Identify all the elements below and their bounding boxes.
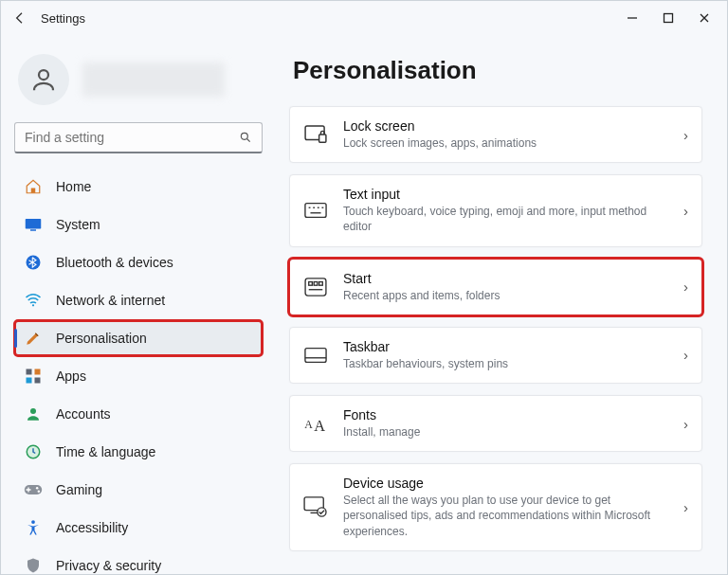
accounts-icon xyxy=(24,404,43,423)
chevron-right-icon: › xyxy=(683,279,688,295)
svg-point-17 xyxy=(36,487,39,490)
page-title: Personalisation xyxy=(293,56,702,85)
chevron-right-icon: › xyxy=(683,416,688,432)
card-subtitle: Recent apps and items, folders xyxy=(343,288,668,303)
taskbar-icon xyxy=(303,343,328,368)
sidebar-item-accounts[interactable]: Accounts xyxy=(14,396,263,432)
svg-rect-28 xyxy=(305,279,326,296)
settings-window: Settings xyxy=(0,0,728,575)
search-input[interactable] xyxy=(25,130,239,145)
home-icon xyxy=(24,177,43,196)
card-start[interactable]: Start Recent apps and items, folders › xyxy=(289,259,702,315)
svg-point-9 xyxy=(32,304,34,306)
card-title: Taskbar xyxy=(343,339,668,354)
titlebar: Settings xyxy=(1,1,727,35)
sidebar-item-network[interactable]: Network & internet xyxy=(14,282,263,318)
settings-card-list: Lock screen Lock screen images, apps, an… xyxy=(289,106,702,551)
svg-point-19 xyxy=(31,520,35,524)
shield-icon xyxy=(24,556,43,574)
svg-rect-6 xyxy=(26,219,42,229)
card-taskbar[interactable]: Taskbar Taskbar behaviours, system pins … xyxy=(289,327,702,384)
sidebar-item-label: Network & internet xyxy=(56,293,165,308)
chevron-right-icon: › xyxy=(683,499,688,515)
svg-rect-12 xyxy=(27,378,32,384)
fonts-icon: AA xyxy=(303,411,328,436)
sidebar-item-system[interactable]: System xyxy=(14,207,263,243)
sidebar-item-privacy[interactable]: Privacy & security xyxy=(14,548,263,574)
sidebar-item-label: Accounts xyxy=(56,406,111,422)
chevron-right-icon: › xyxy=(683,127,688,143)
device-usage-icon xyxy=(303,494,328,519)
sidebar-item-label: Gaming xyxy=(56,482,102,497)
sidebar-item-label: Personalisation xyxy=(56,331,147,346)
card-subtitle: Taskbar behaviours, system pins xyxy=(343,356,668,371)
card-device-usage[interactable]: Device usage Select all the ways you pla… xyxy=(289,463,702,551)
sidebar-item-time-language[interactable]: Time & language xyxy=(14,434,263,470)
svg-point-2 xyxy=(39,70,48,80)
sidebar-item-apps[interactable]: Apps xyxy=(14,358,263,394)
svg-rect-30 xyxy=(314,281,318,285)
svg-point-18 xyxy=(38,490,41,493)
search-box[interactable] xyxy=(14,122,263,153)
minimize-button[interactable] xyxy=(627,12,640,24)
bluetooth-icon xyxy=(24,253,43,272)
card-title: Start xyxy=(343,271,668,286)
user-name-redacted xyxy=(82,63,225,97)
svg-text:A: A xyxy=(304,418,313,431)
sidebar-item-personalisation[interactable]: Personalisation xyxy=(14,320,263,356)
card-title: Lock screen xyxy=(343,118,668,134)
sidebar-item-label: System xyxy=(56,217,100,232)
card-fonts[interactable]: AA Fonts Install, manage › xyxy=(289,395,702,452)
close-button[interactable] xyxy=(699,12,712,24)
sidebar-item-label: Time & language xyxy=(56,444,155,459)
sidebar-item-bluetooth[interactable]: Bluetooth & devices xyxy=(14,244,263,280)
svg-rect-21 xyxy=(319,135,326,142)
system-icon xyxy=(24,215,43,234)
user-profile[interactable] xyxy=(18,54,259,105)
main-panel: Personalisation Lock screen Lock screen … xyxy=(276,35,727,574)
keyboard-icon xyxy=(303,198,328,223)
card-subtitle: Lock screen images, apps, animations xyxy=(343,135,668,151)
lock-screen-icon xyxy=(303,122,328,147)
svg-line-4 xyxy=(247,139,250,142)
card-subtitle: Touch keyboard, voice typing, emoji and … xyxy=(343,204,668,234)
sidebar-item-label: Bluetooth & devices xyxy=(56,255,173,270)
personalisation-icon xyxy=(24,329,43,348)
svg-rect-29 xyxy=(309,281,313,285)
sidebar-item-label: Accessibility xyxy=(56,520,128,535)
card-subtitle: Install, manage xyxy=(343,424,668,440)
apps-icon xyxy=(24,367,43,386)
nav-list: Home System Bluetooth & devices xyxy=(14,169,263,574)
back-button[interactable] xyxy=(12,10,27,26)
card-lock-screen[interactable]: Lock screen Lock screen images, apps, an… xyxy=(289,106,702,163)
svg-rect-11 xyxy=(35,369,41,375)
svg-rect-10 xyxy=(27,369,32,375)
gaming-icon xyxy=(24,480,43,499)
sidebar: Home System Bluetooth & devices xyxy=(1,35,276,574)
card-title: Text input xyxy=(343,187,668,202)
accessibility-icon xyxy=(24,518,43,537)
card-title: Device usage xyxy=(343,476,668,491)
sidebar-item-gaming[interactable]: Gaming xyxy=(14,472,263,508)
svg-rect-22 xyxy=(305,204,326,218)
svg-point-3 xyxy=(241,133,247,139)
sidebar-item-accessibility[interactable]: Accessibility xyxy=(14,510,263,546)
sidebar-item-label: Apps xyxy=(56,368,86,384)
wifi-icon xyxy=(24,291,43,310)
svg-rect-13 xyxy=(35,378,41,384)
svg-rect-33 xyxy=(305,348,326,362)
svg-point-14 xyxy=(30,408,36,414)
start-icon xyxy=(303,275,328,299)
sidebar-item-home[interactable]: Home xyxy=(14,169,263,205)
svg-rect-31 xyxy=(319,281,323,285)
search-icon xyxy=(239,131,252,144)
svg-rect-1 xyxy=(664,14,673,23)
card-subtitle: Select all the ways you plan to use your… xyxy=(343,493,668,539)
clock-globe-icon xyxy=(24,442,43,461)
maximize-button[interactable] xyxy=(663,12,676,24)
svg-rect-7 xyxy=(30,229,36,231)
card-text-input[interactable]: Text input Touch keyboard, voice typing,… xyxy=(289,174,702,246)
window-title: Settings xyxy=(41,11,85,26)
svg-text:A: A xyxy=(314,417,325,433)
svg-rect-5 xyxy=(31,189,36,193)
